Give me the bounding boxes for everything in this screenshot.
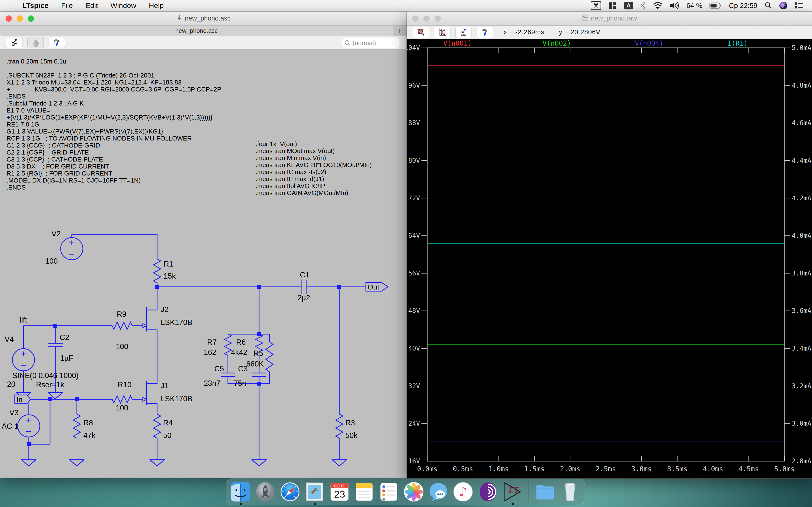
tab-new-phono-asc[interactable]: new_phono.asc bbox=[0, 25, 393, 36]
dock-item-trash[interactable] bbox=[559, 481, 581, 503]
dock-item-launchpad[interactable] bbox=[254, 481, 276, 503]
component-label[interactable]: 100 bbox=[45, 257, 58, 265]
component-label[interactable]: R9 bbox=[117, 310, 126, 319]
legend-item[interactable]: V(n002) bbox=[543, 39, 571, 47]
port-in-label[interactable]: In bbox=[16, 395, 22, 403]
zoom-button[interactable] bbox=[28, 15, 34, 22]
component-label[interactable]: Rser=1k bbox=[36, 381, 64, 389]
notification-center-icon[interactable] bbox=[795, 2, 803, 9]
schematic-titlebar[interactable]: new_phono.asc bbox=[0, 12, 406, 25]
resistor-R7[interactable] bbox=[224, 334, 232, 355]
port-out-label[interactable]: Out bbox=[367, 283, 379, 291]
component-label[interactable]: 2µ2 bbox=[298, 294, 310, 302]
minimize-button-inactive[interactable] bbox=[423, 15, 430, 22]
menu-window[interactable]: Window bbox=[110, 1, 136, 10]
meas-directives-block[interactable]: .four 1k V(out).meas tran MOut max V(out… bbox=[255, 140, 372, 196]
component-label[interactable]: 15k bbox=[164, 272, 176, 280]
component-label[interactable]: AC 1 bbox=[2, 422, 18, 431]
component-label[interactable]: V3 bbox=[9, 408, 18, 417]
voltage-source-v3[interactable] bbox=[18, 415, 40, 437]
menu-help[interactable]: Help bbox=[149, 1, 164, 10]
resistor-R9[interactable] bbox=[112, 322, 132, 329]
component-label[interactable]: C5 bbox=[214, 364, 224, 373]
clock-label[interactable]: Ср 22:59 bbox=[729, 2, 757, 10]
component-label[interactable]: R10 bbox=[118, 381, 132, 389]
component-label[interactable]: 4k42 bbox=[231, 348, 247, 356]
netlist-line[interactable]: +{V(1,3)/KP*LOG(1+EXP(KP*(1/MU+V(2,3)/SQ… bbox=[6, 114, 221, 121]
resistor-R1[interactable] bbox=[153, 259, 161, 283]
component-label[interactable]: R4 bbox=[163, 418, 173, 427]
netlist-line[interactable] bbox=[6, 65, 221, 72]
component-label[interactable]: 75n bbox=[234, 379, 246, 388]
autorange-axes-button[interactable] bbox=[434, 27, 451, 38]
component-label[interactable]: 162 bbox=[204, 348, 216, 356]
component-label[interactable]: 20 bbox=[7, 380, 15, 388]
dock-item-messages[interactable] bbox=[427, 481, 450, 503]
netlist-line[interactable]: .ENDS bbox=[6, 93, 221, 100]
resistor-R3[interactable] bbox=[336, 414, 343, 438]
dock-item-ltspice[interactable]: LT bbox=[501, 481, 524, 503]
netlist-line[interactable]: D3 5 3 DX ; FOR GRID CURRENT bbox=[6, 163, 221, 170]
new-tab-button[interactable]: + bbox=[393, 25, 406, 36]
dock-item-notes[interactable] bbox=[353, 481, 375, 503]
component-label[interactable]: V4 bbox=[5, 335, 14, 344]
close-button-inactive[interactable] bbox=[412, 15, 418, 22]
search-field[interactable]: (normal) bbox=[342, 38, 399, 48]
legend-item[interactable]: I(R1) bbox=[727, 39, 748, 47]
bluetooth-icon[interactable] bbox=[641, 1, 646, 10]
netlist-line[interactable]: .meas tran MOut max V(out) bbox=[255, 148, 372, 155]
component-label[interactable]: LSK170B bbox=[161, 394, 192, 403]
voltage-source-v2[interactable] bbox=[61, 237, 83, 260]
dock-item-calendar[interactable]: СЕНТ.23 bbox=[328, 481, 350, 503]
legend-item[interactable]: V(n001) bbox=[443, 39, 472, 47]
schematic-canvas[interactable]: .tran 0 20m 15m 0.1u .SUBCKT 6N23P 1 2 3… bbox=[0, 49, 406, 477]
netlist-line[interactable]: .meas tran Itol AVG IC/IP bbox=[255, 182, 372, 189]
menu-edit[interactable]: Edit bbox=[85, 1, 98, 10]
voltage-source-v4[interactable] bbox=[12, 349, 35, 371]
netlist-line[interactable]: .meas tran IC max -Is(J2) bbox=[255, 169, 372, 175]
netlist-line[interactable]: C1 2 3 {CCG} ; CATHODE-GRID bbox=[6, 142, 221, 149]
dock-item-reminders[interactable] bbox=[378, 481, 400, 503]
component-label[interactable]: LSK170B bbox=[161, 318, 192, 327]
spotlight-search-icon[interactable] bbox=[765, 2, 772, 9]
component-label[interactable]: R6 bbox=[236, 338, 246, 346]
netlist-line[interactable]: R1 2 5 {RGI} ; FOR GRID CURRENT bbox=[6, 170, 221, 177]
resistor-R8[interactable] bbox=[73, 414, 81, 438]
menu-file[interactable]: File bbox=[61, 1, 73, 10]
component-label[interactable]: J2 bbox=[161, 305, 169, 314]
zoom-button-inactive[interactable] bbox=[435, 15, 441, 22]
netlist-line[interactable]: X1 1 2 3 Triodo MU=33.04 EX=1.220 KG1=21… bbox=[6, 79, 221, 86]
netlist-line[interactable]: .meas tran KL AVG 20*LOG10(MOut/MIn) bbox=[255, 162, 372, 169]
component-label[interactable]: 23n7 bbox=[204, 379, 220, 388]
component-label[interactable]: 100 bbox=[116, 404, 128, 412]
component-label[interactable]: 50k bbox=[345, 431, 357, 440]
command-key-icon[interactable]: ⌘ bbox=[591, 1, 601, 10]
component-label[interactable]: C3 bbox=[238, 364, 248, 373]
component-label[interactable]: R8 bbox=[83, 418, 93, 427]
plot-settings-button[interactable] bbox=[455, 27, 472, 38]
netlist-line[interactable]: G1 1 3 VALUE={(PWR(V(7),EX)+PWRS(V(7),EX… bbox=[6, 128, 221, 135]
resistor-R5[interactable] bbox=[266, 342, 273, 372]
netlist-line[interactable]: C2 2 1 {CGP} ; GRID-PLATE bbox=[6, 149, 221, 156]
component-label[interactable]: 47k bbox=[83, 431, 95, 440]
component-label[interactable]: 100 bbox=[116, 342, 128, 351]
component-label[interactable]: 50 bbox=[163, 431, 171, 440]
spice-directives-block[interactable]: .tran 0 20m 15m 0.1u .SUBCKT 6N23P 1 2 3… bbox=[6, 58, 221, 191]
netlist-line[interactable]: .four 1k V(out) bbox=[255, 140, 372, 148]
netlist-line[interactable]: .meas tran MIn max V(in) bbox=[255, 155, 372, 162]
run-button[interactable] bbox=[6, 37, 22, 48]
netlist-line[interactable]: RCP 1 3 1G ; TO AVOID FLOATING NODES IN … bbox=[6, 135, 221, 142]
netlist-line[interactable]: .SUBCKT 6N23P 1 2 3 ; P G C (Triode) 26-… bbox=[6, 72, 221, 79]
waveform-hammer-button[interactable] bbox=[476, 27, 493, 38]
resistor-R4[interactable] bbox=[153, 414, 161, 438]
netlist-line[interactable]: .meas tran IP max Id(J1) bbox=[255, 175, 372, 182]
dock-item-mail[interactable] bbox=[304, 481, 326, 503]
waveform-titlebar[interactable]: new_phono.raw bbox=[407, 12, 812, 25]
component-label[interactable]: 1µF bbox=[60, 354, 73, 362]
close-button[interactable] bbox=[6, 15, 12, 22]
dock-item-itunes[interactable]: ♪ bbox=[452, 481, 474, 503]
netlist-line[interactable]: + KVB=300.0 VCT=0.00 RGI=2000 CCG=3.6P C… bbox=[6, 86, 221, 93]
siri-icon[interactable] bbox=[779, 1, 788, 10]
volume-icon[interactable] bbox=[670, 2, 679, 9]
dock-item-photos[interactable] bbox=[403, 481, 425, 503]
